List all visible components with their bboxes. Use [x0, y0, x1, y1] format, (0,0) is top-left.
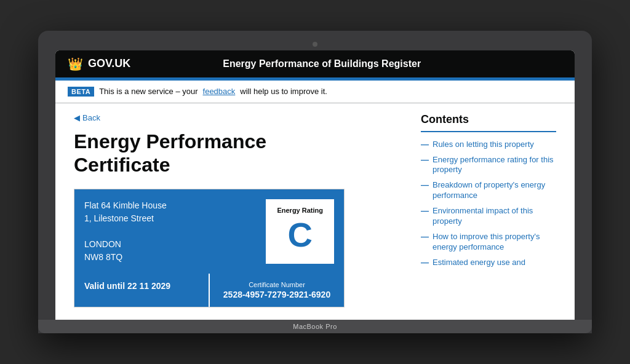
epc-card: Flat 64 Kimble House 1, Lilestone Street…	[74, 189, 345, 307]
list-dash: —	[421, 258, 429, 268]
gov-header-title: Energy Performance of Buildings Register	[130, 58, 513, 69]
list-dash: —	[421, 206, 429, 216]
beta-text-before: This is a new service – your	[99, 87, 197, 96]
contents-panel: Contents — Rules on letting this propert…	[421, 113, 556, 308]
gov-logo: 👑 GOV.UK	[68, 57, 130, 71]
list-dash: —	[421, 180, 429, 191]
contents-title: Contents	[421, 113, 556, 132]
beta-feedback-link[interactable]: feedback	[203, 87, 236, 96]
laptop-model-label: MacBook Pro	[293, 323, 337, 330]
epc-address: Flat 64 Kimble House 1, Lilestone Street…	[84, 199, 167, 264]
epc-address-line2: 1, Lilestone Street	[84, 212, 167, 225]
laptop-base: MacBook Pro	[38, 320, 592, 333]
contents-link-rules[interactable]: Rules on letting this property	[433, 140, 534, 150]
list-dash: —	[421, 140, 429, 150]
camera-dot	[313, 42, 317, 47]
contents-link-improve[interactable]: How to improve this property's energy pe…	[433, 232, 556, 253]
list-item: — Environmental impact of this property	[421, 206, 556, 227]
page-title: Energy Performance Certificate	[74, 130, 402, 177]
page-title-line2: Certificate	[74, 154, 170, 176]
gov-logo-text: GOV.UK	[88, 57, 130, 70]
epc-certificate-number-section: Certificate Number 2528-4957-7279-2921-6…	[210, 274, 344, 307]
epc-rating-letter: C	[277, 218, 323, 252]
list-item: — Breakdown of property's energy perform…	[421, 180, 556, 201]
left-panel: ◀ Back Energy Performance Certificate Fl…	[74, 113, 402, 308]
main-content: ◀ Back Energy Performance Certificate Fl…	[55, 103, 575, 320]
back-link-label: Back	[82, 113, 100, 122]
epc-address-city: LONDON	[84, 238, 167, 251]
epc-rating-label: Energy Rating	[277, 207, 323, 214]
epc-cert-value: 2528-4957-7279-2921-6920	[223, 290, 330, 299]
epc-valid-date: Valid until 22 11 2029	[74, 274, 210, 307]
contents-link-environmental[interactable]: Environmental impact of this property	[433, 206, 556, 227]
beta-tag: BETA	[68, 87, 94, 97]
epc-rating-box: Energy Rating C	[266, 199, 334, 264]
contents-link-energy-rating[interactable]: Energy performance rating for this prope…	[433, 155, 556, 176]
contents-list: — Rules on letting this property — Energ…	[421, 140, 556, 268]
list-item: — Energy performance rating for this pro…	[421, 155, 556, 176]
gov-header: 👑 GOV.UK Energy Performance of Buildings…	[55, 50, 575, 77]
list-item: — Estimated energy use and	[421, 258, 556, 268]
page-title-line1: Energy Performance	[74, 130, 266, 152]
beta-banner: BETA This is a new service – your feedba…	[55, 81, 575, 103]
epc-bottom-section: Valid until 22 11 2029 Certificate Numbe…	[74, 274, 344, 307]
laptop-screen: 👑 GOV.UK Energy Performance of Buildings…	[55, 50, 575, 320]
contents-link-estimated-energy[interactable]: Estimated energy use and	[433, 258, 525, 268]
epc-address-line1: Flat 64 Kimble House	[84, 199, 167, 212]
epc-address-postcode: NW8 8TQ	[84, 251, 167, 264]
back-link[interactable]: ◀ Back	[74, 113, 402, 122]
crown-icon: 👑	[68, 57, 83, 71]
back-arrow-icon: ◀	[74, 113, 80, 122]
list-dash: —	[421, 155, 429, 165]
list-item: — How to improve this property's energy …	[421, 232, 556, 253]
laptop-frame: 👑 GOV.UK Energy Performance of Buildings…	[38, 31, 592, 334]
list-dash: —	[421, 232, 429, 242]
beta-text-after: will help us to improve it.	[240, 87, 327, 96]
list-item: — Rules on letting this property	[421, 140, 556, 150]
epc-top-section: Flat 64 Kimble House 1, Lilestone Street…	[74, 189, 344, 274]
contents-link-breakdown[interactable]: Breakdown of property's energy performan…	[433, 180, 556, 201]
epc-cert-label: Certificate Number	[220, 281, 334, 288]
